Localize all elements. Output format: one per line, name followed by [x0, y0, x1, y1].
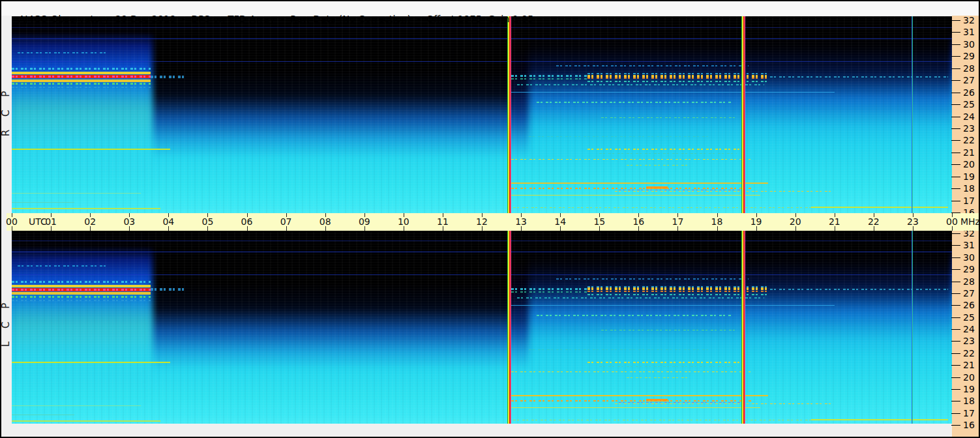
rfi-line: [511, 159, 750, 160]
spectrogram-lcp[interactable]: [12, 231, 952, 424]
time-marker-line: [912, 231, 913, 424]
freq-tick-label: 23: [963, 123, 979, 134]
rfi-line: [12, 420, 160, 422]
hour-tick-bottom: [51, 226, 52, 231]
hour-tick-top: [404, 213, 404, 217]
hour-tick-top: [756, 213, 757, 217]
rfi-line: [517, 297, 764, 299]
title-bar: AJ4CO Observatory 29 Dec 2018 - DPS on T…: [1, 1, 979, 16]
marker-stripe: [912, 231, 913, 424]
rfi-line: [12, 27, 952, 28]
emission-band-layer: [151, 76, 184, 78]
freq-tick-label: 21: [963, 147, 979, 158]
window-title: AJ4CO Observatory 29 Dec 2018 - DPS on T…: [18, 14, 533, 24]
shading-left-glow: [12, 16, 153, 213]
freq-tick: [951, 20, 960, 21]
freq-tick-label: 25: [963, 99, 979, 110]
hour-tick-bottom: [521, 226, 522, 231]
freq-tick-label: 18: [963, 183, 979, 194]
hour-tick-bottom: [638, 226, 639, 231]
hour-tick-top: [286, 213, 287, 217]
hour-tick-top: [129, 213, 130, 217]
freq-tick-label: 24: [963, 324, 979, 334]
hour-tick-top: [12, 213, 12, 217]
hour-tick-top: [677, 213, 678, 217]
freq-tick-label: 29: [963, 264, 979, 274]
hour-tick-bottom: [560, 226, 561, 231]
freq-tick-label: 32: [963, 15, 979, 25]
freq-tick-label: 28: [963, 63, 979, 74]
freq-tick: [951, 188, 960, 189]
emission-band-layer: [12, 285, 151, 287]
emission-band-layer: [12, 87, 151, 88]
hour-tick-bottom: [952, 226, 953, 231]
emission-band-layer: [12, 72, 151, 74]
freq-tick-label: 24: [963, 111, 979, 122]
time-marker-line: [507, 231, 511, 424]
freq-tick: [951, 80, 960, 81]
hour-tick-top: [952, 213, 953, 217]
freq-tick-label: 30: [963, 252, 979, 263]
freq-tick: [951, 233, 960, 234]
rfi-line: [12, 149, 170, 150]
freq-tick: [951, 93, 960, 93]
rfi-line: [556, 278, 748, 280]
freq-tick-label: 19: [963, 171, 979, 182]
hour-label: 23: [903, 216, 923, 227]
freq-tick-label: 30: [963, 39, 979, 50]
emission-band-layer: [511, 78, 587, 80]
hour-label: 05: [198, 216, 217, 227]
rfi-line: [615, 403, 831, 404]
hour-tick-top: [560, 213, 561, 217]
rfi-line: [12, 274, 952, 275]
freq-tick: [951, 201, 960, 201]
freq-tick-label: 27: [963, 75, 979, 85]
emission-band-layer: [12, 292, 151, 295]
freq-tick: [951, 32, 960, 33]
freq-tick: [951, 377, 960, 378]
hour-tick-bottom: [443, 226, 443, 231]
hour-tick-bottom: [913, 226, 913, 231]
rfi-line: [511, 372, 750, 372]
freq-tick: [951, 269, 960, 270]
hour-tick-bottom: [12, 226, 12, 231]
freq-tick-label: 25: [963, 312, 979, 323]
freq-tick-label: 20: [963, 159, 979, 169]
rfi-line: [12, 241, 952, 241]
rfi-line: [587, 149, 744, 150]
hour-tick-bottom: [482, 226, 483, 231]
freq-tick-label: 31: [963, 27, 979, 37]
emission-band-layer: [151, 288, 184, 291]
rfi-line: [12, 193, 141, 194]
freq-tick: [951, 245, 960, 246]
freq-tick: [951, 425, 960, 426]
rfi-line: [601, 330, 734, 330]
freq-tick-label: 16: [963, 420, 979, 430]
hour-label: 10: [394, 216, 413, 227]
hour-label: 14: [550, 216, 570, 227]
hour-label: 12: [472, 216, 492, 227]
rfi-line: [587, 362, 744, 363]
rfi-line: [529, 136, 709, 137]
hour-label: 08: [316, 216, 335, 227]
hour-tick-top: [874, 213, 874, 217]
hour-tick-bottom: [207, 226, 208, 231]
hour-label: 11: [433, 216, 453, 227]
marker-stripe: [745, 16, 745, 213]
freq-tick: [951, 164, 960, 165]
hour-tick-bottom: [795, 226, 796, 231]
rfi-line: [12, 362, 170, 363]
freq-tick: [951, 389, 960, 390]
freq-tick: [951, 104, 960, 105]
freq-tick: [951, 353, 960, 354]
hour-tick-top: [521, 213, 522, 217]
hour-tick-top: [482, 213, 483, 217]
freq-tick-label: 22: [963, 135, 979, 145]
rfi-line: [627, 377, 689, 378]
shading-bottom-glow: [12, 231, 952, 424]
freq-tick-label: 17: [963, 408, 979, 418]
spectrogram-rcp[interactable]: [12, 16, 952, 213]
freq-tick-label: 17: [963, 196, 979, 206]
freq-tick: [951, 56, 960, 57]
freq-tick: [951, 282, 960, 282]
